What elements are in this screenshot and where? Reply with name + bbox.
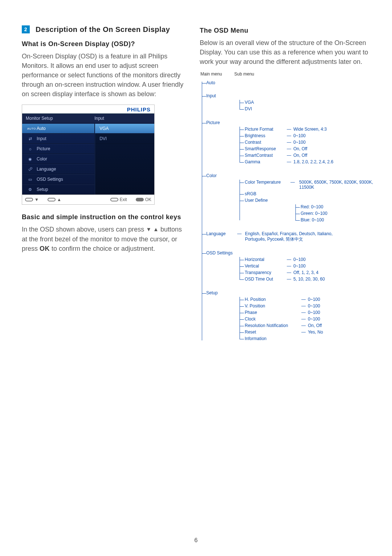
tree-subitem: Green: 0~100 (301, 210, 370, 217)
tree-subitem: H. Position—0~100 (245, 296, 370, 303)
section-number-badge: 2 (22, 25, 30, 33)
basic-heading: Basic and simple instruction on the cont… (22, 213, 185, 221)
tree-head-sub: Sub menu (234, 71, 254, 77)
osd-option-dvi[interactable]: DVI (95, 134, 154, 144)
tree-node-color: Color Color Temperature—5000K, 6500K, 75… (206, 173, 370, 223)
tree-subitem: OSD Time Out—5, 10, 20, 30, 60 (245, 276, 370, 282)
osd-settings-icon: ▭ (27, 177, 33, 182)
up-button-hint: ▲ (48, 197, 61, 202)
tree-node-picture: Picture Picture Format—Wide Screen, 4:3 … (206, 120, 370, 165)
tree-subitem: Resolution Notification—On, Off (245, 322, 370, 329)
tree-subitem: Reset—Yes, No (245, 329, 370, 335)
ok-button-hint: OK (136, 197, 151, 202)
tree-node-input: Input VGA DVI (206, 93, 370, 112)
language-icon: 🗪 (27, 167, 33, 171)
down-arrow-icon: ▼ (146, 226, 151, 232)
tree-head-main: Main menu (200, 71, 222, 77)
osd-item-label: Picture (37, 146, 50, 151)
osd-item-auto[interactable]: AUTO Auto (22, 123, 94, 134)
picture-icon: ☼ (27, 147, 33, 151)
osd-option-vga[interactable]: VGA (95, 123, 154, 134)
tree-label: Input (206, 93, 236, 98)
tree-subitem: Clock—0~100 (245, 316, 370, 322)
tree-subitem: SmartContrast—On, Off (245, 152, 370, 159)
osd-item-language[interactable]: 🗪 Language (22, 164, 94, 174)
osd-item-label: Auto (37, 126, 46, 131)
tree-column-headers: Main menu Sub menu (200, 71, 370, 77)
tree-subitem: Red: 0~100 (301, 204, 370, 210)
osd-item-label: Input (37, 136, 46, 141)
osd-screenshot: PHILIPS Monitor Setup Input AUTO Auto ⇄ … (22, 105, 155, 205)
osd-item-picture[interactable]: ☼ Picture (22, 144, 94, 154)
osd-bottom-bar: ▼ ▲ Exit OK (22, 195, 154, 204)
osd-left-panel: AUTO Auto ⇄ Input ☼ Picture ◉ Color (22, 123, 95, 195)
whatis-heading: What is On-Screen Display (OSD)? (22, 40, 185, 48)
tree-subitem: V. Position—0~100 (245, 303, 370, 309)
osd-item-osdsettings[interactable]: ▭ OSD Settings (22, 174, 94, 184)
setup-icon: ⚙ (27, 187, 33, 192)
osd-item-label: OSD Settings (37, 177, 63, 182)
tree-value: English, Español, Français, Deutsch, Ita… (245, 231, 354, 242)
input-icon: ⇄ (27, 136, 33, 141)
tree-subitem: Transparency—Off, 1, 2, 3, 4 (245, 269, 370, 276)
page-number: 6 (195, 537, 198, 544)
tree-node-auto: Auto (206, 80, 370, 85)
tree-subitem: Blue: 0~100 (301, 217, 370, 223)
tree-subitem: DVI (245, 106, 370, 112)
tree-subitem: Horizontal—0~100 (245, 256, 370, 263)
tree-subitem: Vertical—0~100 (245, 263, 370, 269)
tree-subitem: Brightness—0~100 (245, 132, 370, 139)
osd-item-label: Language (37, 167, 56, 172)
tree-node-setup: Setup H. Position—0~100 V. Position—0~10… (206, 290, 370, 342)
tree-node-osdsettings: OSD Settings Horizontal—0~100 Vertical—0… (206, 250, 370, 282)
tree-label: OSD Settings (206, 250, 236, 255)
tree-label: Picture (206, 120, 236, 125)
tree-label: Setup (206, 290, 236, 295)
osd-column-header: Monitor Setup Input (22, 113, 154, 123)
tree-subitem: User Define (245, 197, 370, 204)
whatis-paragraph: On-Screen Display (OSD) is a feature in … (22, 52, 185, 99)
philips-logo: PHILIPS (127, 106, 151, 113)
basic-paragraph: In the OSD shown above, users can press … (22, 225, 185, 253)
up-arrow-icon: ▲ (153, 226, 159, 232)
tree-subitem: Phase—0~100 (245, 309, 370, 316)
tree-subitem: SmartResponse—On, Off (245, 146, 370, 152)
tree-node-language: Language — English, Español, Français, D… (206, 231, 370, 242)
tree-label: Color (206, 173, 236, 178)
tree-label: Language (206, 231, 236, 236)
tree-subitem: sRGB (245, 191, 370, 197)
osdmenu-paragraph: Below is an overall view of the structur… (200, 38, 370, 66)
osd-header-left: Monitor Setup (26, 116, 94, 121)
osd-logo-bar: PHILIPS (22, 105, 154, 113)
section-heading: 2 Description of the On Screen Display (22, 25, 185, 34)
osd-header-right: Input (94, 116, 151, 121)
tree-subitem: Picture Format—Wide Screen, 4:3 (245, 126, 370, 132)
auto-icon: AUTO (27, 127, 33, 130)
osd-item-label: Setup (37, 187, 48, 192)
down-button-hint: ▼ (25, 197, 39, 202)
osd-item-input[interactable]: ⇄ Input (22, 134, 94, 144)
ok-key-label: OK (40, 245, 50, 252)
tree-subitem: Information (245, 335, 370, 342)
osd-right-panel: VGA DVI (95, 123, 154, 195)
exit-button-hint: Exit (110, 197, 127, 202)
osd-item-label: Color (37, 156, 47, 162)
menu-tree: Main menu Sub menu Auto Input VGA DVI (200, 71, 370, 342)
color-icon: ◉ (27, 157, 33, 162)
tree-subitem: VGA (245, 99, 370, 106)
osd-item-setup[interactable]: ⚙ Setup (22, 184, 94, 195)
section-title-text: Description of the On Screen Display (36, 25, 170, 33)
tree-subitem: Color Temperature—5000K, 6500K, 7500K, 8… (245, 179, 370, 191)
osdmenu-heading: The OSD Menu (200, 27, 370, 34)
tree-subitem: Gamma—1.8, 2.0, 2.2, 2.4, 2.6 (245, 159, 370, 165)
tree-subitem: Contrast—0~100 (245, 139, 370, 146)
osd-item-color[interactable]: ◉ Color (22, 154, 94, 164)
tree-label: Auto (206, 80, 236, 85)
